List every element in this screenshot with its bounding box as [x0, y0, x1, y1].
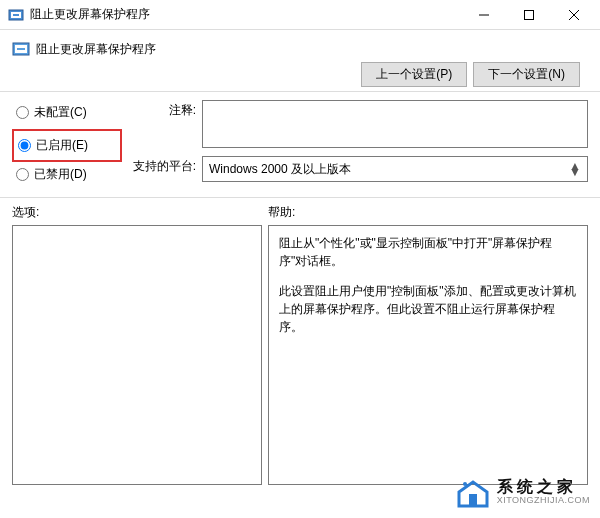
radio-enabled[interactable]: 已启用(E): [12, 129, 122, 162]
radio-enabled-label: 已启用(E): [36, 137, 88, 154]
next-setting-button[interactable]: 下一个设置(N): [473, 62, 580, 87]
divider: [0, 197, 600, 198]
radio-not-configured-label: 未配置(C): [34, 104, 87, 121]
config-area: 未配置(C) 已启用(E) 已禁用(D) 注释: 支持的平台: Windows …: [0, 100, 600, 191]
help-label: 帮助:: [268, 204, 295, 221]
nav-buttons: 上一个设置(P) 下一个设置(N): [0, 62, 600, 87]
help-paragraph: 阻止从"个性化"或"显示控制面板"中打开"屏幕保护程序"对话框。: [279, 234, 577, 270]
form-column: 注释: 支持的平台: Windows 2000 及以上版本 ▲ ▼: [130, 100, 588, 191]
radio-disabled[interactable]: 已禁用(D): [12, 164, 122, 185]
help-panel: 阻止从"个性化"或"显示控制面板"中打开"屏幕保护程序"对话框。 此设置阻止用户…: [268, 225, 588, 485]
platform-box: Windows 2000 及以上版本 ▲ ▼: [202, 156, 588, 182]
radio-not-configured-input[interactable]: [16, 106, 29, 119]
radio-not-configured[interactable]: 未配置(C): [12, 102, 122, 123]
prev-setting-button[interactable]: 上一个设置(P): [361, 62, 467, 87]
maximize-button[interactable]: [506, 1, 551, 29]
watermark-text: 系统之家 XITONGZHIJIA.COM: [497, 478, 590, 505]
close-button[interactable]: [551, 1, 596, 29]
header: 阻止更改屏幕保护程序: [0, 30, 600, 66]
policy-header-icon: [12, 40, 30, 58]
radio-disabled-label: 已禁用(D): [34, 166, 87, 183]
bottom-panels: 阻止从"个性化"或"显示控制面板"中打开"屏幕保护程序"对话框。 此设置阻止用户…: [0, 225, 600, 485]
comment-label: 注释:: [130, 100, 202, 148]
platform-scroll[interactable]: ▲ ▼: [569, 163, 581, 175]
options-label: 选项:: [12, 204, 268, 221]
watermark: 系统之家 XITONGZHIJIA.COM: [455, 474, 590, 510]
platform-value: Windows 2000 及以上版本: [209, 161, 351, 178]
divider: [0, 91, 600, 92]
section-labels: 选项: 帮助:: [0, 204, 600, 225]
radio-disabled-input[interactable]: [16, 168, 29, 181]
watermark-logo-icon: [455, 474, 491, 510]
window-title: 阻止更改屏幕保护程序: [30, 6, 461, 23]
platform-row: 支持的平台: Windows 2000 及以上版本 ▲ ▼: [130, 156, 588, 182]
platform-label: 支持的平台:: [130, 156, 202, 182]
policy-title: 阻止更改屏幕保护程序: [36, 41, 588, 58]
watermark-en: XITONGZHIJIA.COM: [497, 496, 590, 506]
policy-icon: [8, 7, 24, 23]
svg-point-11: [463, 482, 467, 486]
svg-rect-10: [469, 494, 477, 506]
comment-input[interactable]: [202, 100, 588, 148]
svg-rect-9: [17, 48, 25, 50]
chevron-down-icon: ▼: [569, 169, 581, 175]
watermark-cn: 系统之家: [497, 478, 590, 496]
svg-rect-4: [524, 10, 533, 19]
help-paragraph: 此设置阻止用户使用"控制面板"添加、配置或更改计算机上的屏幕保护程序。但此设置不…: [279, 282, 577, 336]
titlebar: 阻止更改屏幕保护程序: [0, 0, 600, 30]
radio-group: 未配置(C) 已启用(E) 已禁用(D): [12, 100, 122, 191]
options-panel: [12, 225, 262, 485]
radio-enabled-input[interactable]: [18, 139, 31, 152]
svg-rect-2: [13, 14, 19, 16]
minimize-button[interactable]: [461, 1, 506, 29]
comment-row: 注释:: [130, 100, 588, 148]
